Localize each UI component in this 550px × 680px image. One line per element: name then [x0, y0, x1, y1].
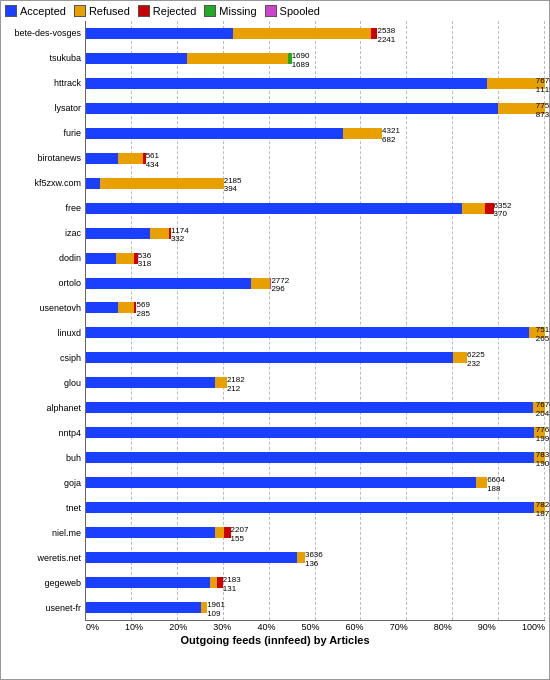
y-axis-labels: bete-des-vosgestsukubahttracklysatorfuri…: [5, 21, 85, 621]
bar-rows: 2538224116901689767611197753873432168256…: [86, 21, 545, 620]
x-label: 40%: [257, 622, 275, 632]
bar-refused-izac: [150, 228, 168, 239]
bar-row-gegeweb: 2183131: [86, 570, 545, 595]
bar-accepted-httrack: [86, 78, 487, 89]
rejected-legend-color: [138, 5, 150, 17]
bar-stack-bete-des-vosges: 25382241: [86, 28, 545, 39]
bar-stack-usenetovh: 569285: [86, 302, 545, 313]
bar-row-niel.me: 2207155: [86, 520, 545, 545]
y-label-gegeweb: gegeweb: [5, 575, 81, 592]
x-label: 30%: [213, 622, 231, 632]
bar-number-izac: 1174332: [171, 227, 189, 245]
bar-accepted-alphanet: [86, 402, 533, 413]
chart-container: AcceptedRefusedRejectedMissingSpooled be…: [0, 0, 550, 680]
bar-stack-kf5zxw.com: 2185394: [86, 178, 545, 189]
spooled-legend-label: Spooled: [280, 5, 320, 17]
bar-stack-httrack: 76761119: [86, 78, 545, 89]
y-label-free: free: [5, 200, 81, 217]
y-label-buh: buh: [5, 450, 81, 467]
bar-accepted-weretis.net: [86, 552, 297, 563]
refused-legend-color: [74, 5, 86, 17]
spooled-legend-color: [265, 5, 277, 17]
x-label: 50%: [301, 622, 319, 632]
y-label-csiph: csiph: [5, 350, 81, 367]
x-label: 100%: [522, 622, 545, 632]
bar-number-tsukuba: 16901689: [292, 52, 310, 70]
bar-refused-glou: [215, 377, 227, 388]
bar-stack-usenet-fr: 1961109: [86, 602, 545, 613]
x-label: 80%: [434, 622, 452, 632]
bar-stack-csiph: 6225232: [86, 352, 545, 363]
bar-stack-weretis.net: 3636136: [86, 552, 545, 563]
bar-row-tsukuba: 16901689: [86, 46, 545, 71]
bar-stack-tsukuba: 16901689: [86, 53, 545, 64]
bar-number-weretis.net: 3636136: [305, 551, 323, 569]
x-label: 20%: [169, 622, 187, 632]
x-label: 10%: [125, 622, 143, 632]
bar-stack-izac: 1174332: [86, 228, 545, 239]
bar-stack-lysator: 7753873: [86, 103, 545, 114]
bar-stack-furie: 4321682: [86, 128, 545, 139]
missing-legend-label: Missing: [219, 5, 256, 17]
y-label-alphanet: alphanet: [5, 400, 81, 417]
bar-refused-csiph: [453, 352, 467, 363]
accepted-legend-label: Accepted: [20, 5, 66, 17]
bar-refused-tsukuba: [187, 53, 288, 64]
bar-row-izac: 1174332: [86, 221, 545, 246]
y-label-usenetovh: usenetovh: [5, 300, 81, 317]
legend-item-refused: Refused: [74, 5, 130, 17]
bar-accepted-lysator: [86, 103, 498, 114]
y-label-bete-des-vosges: bete-des-vosges: [5, 25, 81, 42]
bar-row-linuxd: 7514265: [86, 320, 545, 345]
rejected-legend-label: Rejected: [153, 5, 196, 17]
bar-refused-ortolo: [251, 278, 269, 289]
y-label-httrack: httrack: [5, 75, 81, 92]
bar-accepted-bete-des-vosges: [86, 28, 233, 39]
bar-stack-nntp4: 7763199: [86, 427, 545, 438]
y-label-usenet-fr: usenet-fr: [5, 600, 81, 617]
accepted-legend-color: [5, 5, 17, 17]
bar-stack-goja: 6604188: [86, 477, 545, 488]
bar-number-httrack: 76761119: [536, 77, 550, 95]
bar-accepted-dodin: [86, 253, 116, 264]
bar-accepted-furie: [86, 128, 343, 139]
bar-number-dodin: 536318: [138, 252, 151, 270]
bar-stack-tnet: 7824187: [86, 502, 545, 513]
bar-number-linuxd: 7514265: [536, 326, 550, 344]
bar-rejected-free: [485, 203, 493, 214]
y-label-birotanews: birotanews: [5, 150, 81, 167]
y-label-goja: goja: [5, 475, 81, 492]
x-axis-labels: 0%10%20%30%40%50%60%70%80%90%100%: [86, 622, 545, 632]
bar-row-tnet: 7824187: [86, 495, 545, 520]
bar-number-birotanews: 561434: [146, 152, 159, 170]
bar-row-kf5zxw.com: 2185394: [86, 171, 545, 196]
bar-accepted-glou: [86, 377, 215, 388]
y-label-kf5zxw.com: kf5zxw.com: [5, 175, 81, 192]
bar-row-nntp4: 7763199: [86, 420, 545, 445]
bars-area: 2538224116901689767611197753873432168256…: [85, 21, 545, 621]
bar-row-free: 6352370: [86, 196, 545, 221]
bar-accepted-linuxd: [86, 327, 529, 338]
bar-refused-kf5zxw.com: [100, 178, 224, 189]
bar-stack-dodin: 536318: [86, 253, 545, 264]
bar-accepted-usenet-fr: [86, 602, 201, 613]
bar-refused-dodin: [116, 253, 134, 264]
bar-number-buh: 7831190: [536, 451, 550, 469]
bar-accepted-kf5zxw.com: [86, 178, 100, 189]
bar-row-usenet-fr: 1961109: [86, 595, 545, 620]
legend-item-missing: Missing: [204, 5, 256, 17]
bar-accepted-goja: [86, 477, 476, 488]
bar-refused-gegeweb: [210, 577, 217, 588]
bar-stack-alphanet: 7676204: [86, 402, 545, 413]
bar-stack-gegeweb: 2183131: [86, 577, 545, 588]
y-label-ortolo: ortolo: [5, 275, 81, 292]
bar-number-usenetovh: 569285: [136, 301, 149, 319]
bar-number-ortolo: 2772296: [271, 277, 289, 295]
bar-accepted-nntp4: [86, 427, 534, 438]
bar-row-httrack: 76761119: [86, 71, 545, 96]
bar-number-tnet: 7824187: [536, 501, 550, 519]
y-label-izac: izac: [5, 225, 81, 242]
bar-accepted-free: [86, 203, 462, 214]
bar-accepted-tsukuba: [86, 53, 187, 64]
x-label: 90%: [478, 622, 496, 632]
